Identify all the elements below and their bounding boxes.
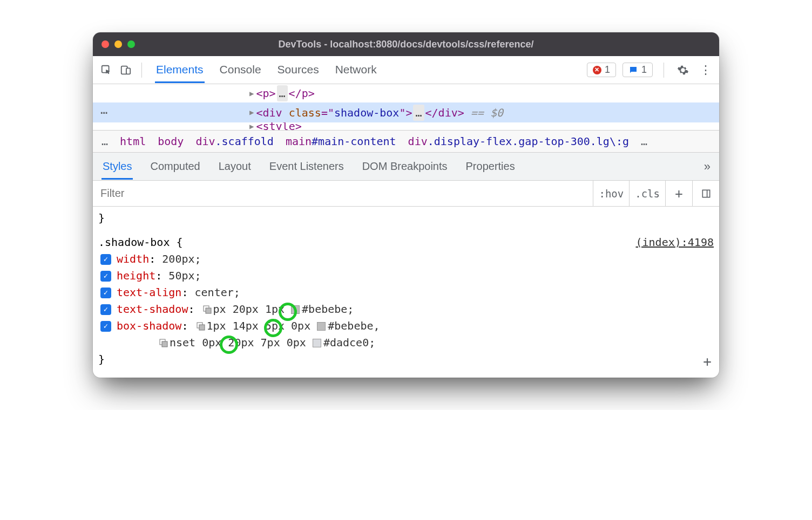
dom-tag: <p> [256,85,275,101]
dom-row-partial: ▶ <style> [93,122,719,130]
window-title: DevTools - localhost:8080/docs/devtools/… [93,39,719,50]
shadow-editor-icon[interactable] [195,320,207,332]
svg-rect-3 [702,190,709,197]
crumb-item[interactable]: div.display-flex.gap-top-300.lg\:g [408,135,629,148]
error-count: 1 [605,64,610,76]
main-toolbar: Elements Console Sources Network ✕ 1 1 ⋮ [93,56,719,84]
color-swatch[interactable] [291,305,300,314]
tab-network[interactable]: Network [334,57,378,83]
crumb-overflow-left[interactable]: … [102,135,108,148]
computed-toggle-icon[interactable] [692,181,719,206]
crumb-item[interactable]: div.scaffold [195,135,274,148]
expand-caret-icon: ▶ [249,122,254,130]
subtab-styles[interactable]: Styles [102,154,133,180]
svg-rect-7 [199,325,205,330]
crumb-overflow-right[interactable]: … [641,135,647,148]
dom-row-selected[interactable]: ⋯ ▶ <div class="shadow-box">…</div> == $… [93,102,719,122]
css-declaration[interactable]: ✓ box-shadow: 1px 14px 5px 0px #bebebe, [98,318,714,334]
dom-tree[interactable]: ▶ <p>…</p> ⋯ ▶ <div class="shadow-box">…… [93,84,719,131]
rule-header: .shadow-box { (index):4198 [98,234,714,251]
decl-checkbox[interactable]: ✓ [100,304,111,315]
svg-rect-5 [206,308,211,313]
crumb-item[interactable]: html [120,135,146,148]
dom-tag-close: </p> [289,85,315,101]
message-icon [628,65,638,75]
subtab-event-listeners[interactable]: Event Listeners [268,154,345,180]
styles-pane[interactable]: } .shadow-box { (index):4198 ✓ width: 20… [93,207,719,378]
overflow-icon[interactable]: ⋯ [100,104,117,121]
css-declaration-continuation[interactable]: nset 0px 20px 7px 0px #dadce0; [98,334,714,351]
devtools-window: DevTools - localhost:8080/docs/devtools/… [93,32,719,378]
svg-rect-9 [162,341,167,347]
message-count-pill[interactable]: 1 [622,63,653,77]
separator [141,63,142,78]
prev-rule-close: } [98,210,714,227]
titlebar: DevTools - localhost:8080/docs/devtools/… [93,32,719,56]
shadow-editor-icon[interactable] [201,304,213,316]
error-count-pill[interactable]: ✕ 1 [587,63,616,77]
cls-toggle[interactable]: .cls [629,181,665,206]
rule-close: } [98,351,714,368]
dom-row[interactable]: ▶ <p>…</p> [93,84,719,102]
device-toggle-icon[interactable] [118,62,134,78]
rule-source-link[interactable]: (index):4198 [636,234,714,251]
subtab-more-icon[interactable]: » [704,160,710,174]
svg-rect-2 [126,68,130,74]
decl-checkbox[interactable]: ✓ [100,288,111,298]
rule-selector[interactable]: .shadow-box { [98,234,183,251]
toolbar-right: ✕ 1 1 ⋮ [587,62,714,78]
decl-checkbox[interactable]: ✓ [100,321,111,332]
subtab-layout[interactable]: Layout [218,154,252,180]
subtab-dom-breakpoints[interactable]: DOM Breakpoints [361,154,449,180]
settings-icon[interactable] [675,62,691,78]
window-controls [102,40,135,48]
tab-console[interactable]: Console [219,57,262,83]
expand-caret-icon[interactable]: ▶ [249,107,254,118]
color-swatch[interactable] [313,339,321,347]
new-rule-button[interactable]: + [665,181,692,206]
tab-elements[interactable]: Elements [155,57,205,83]
css-declaration[interactable]: ✓ width: 200px; [98,251,714,268]
tab-sources[interactable]: Sources [276,57,320,83]
crumb-item[interactable]: main#main-content [286,135,396,148]
color-swatch[interactable] [317,322,326,331]
shadow-editor-icon[interactable] [158,337,170,349]
more-icon[interactable]: ⋮ [698,62,714,78]
selected-marker: == $0 [464,105,503,121]
separator [664,63,664,78]
error-icon: ✕ [593,66,601,74]
inspect-icon[interactable] [98,62,114,78]
decl-checkbox[interactable]: ✓ [100,271,111,282]
css-declaration[interactable]: ✓ height: 50px; [98,268,714,284]
expand-caret-icon[interactable]: ▶ [249,88,254,99]
css-declaration[interactable]: ✓ text-align: center; [98,284,714,301]
panel-tabs: Elements Console Sources Network [155,57,378,83]
message-count: 1 [641,64,647,76]
close-window-button[interactable] [102,40,109,48]
styles-subtabs: Styles Computed Layout Event Listeners D… [93,153,719,181]
styles-filter-input[interactable] [93,187,593,200]
subtab-computed[interactable]: Computed [149,154,201,180]
css-declaration[interactable]: ✓ text-shadow: px 20px 1px #bebebe; [98,301,714,318]
add-declaration-icon[interactable]: + [703,351,712,372]
subtab-properties[interactable]: Properties [465,154,516,180]
styles-filter-bar: :hov .cls + [93,181,719,207]
decl-checkbox[interactable]: ✓ [100,254,111,265]
minimize-window-button[interactable] [114,40,122,48]
dom-breadcrumb[interactable]: … html body div.scaffold main#main-conte… [93,131,719,153]
dom-ellipsis: … [277,85,288,101]
maximize-window-button[interactable] [127,40,135,48]
crumb-item[interactable]: body [158,135,184,148]
hov-toggle[interactable]: :hov [593,181,629,206]
